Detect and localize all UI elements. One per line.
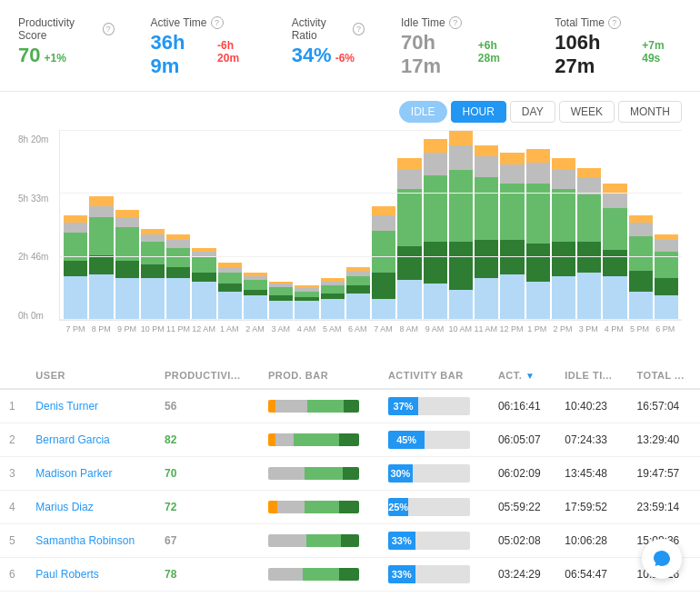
act-time-cell: 05:59:22 <box>489 491 555 524</box>
user-name: Paul Roberts <box>26 558 155 592</box>
prod-bar-cell <box>259 457 379 491</box>
x-label: 8 PM <box>88 324 114 333</box>
chat-icon <box>652 549 672 569</box>
col-act-time[interactable]: ACT. ▼ <box>489 363 555 389</box>
total-time-help[interactable]: ? <box>608 16 621 29</box>
x-label: 10 AM <box>447 324 473 333</box>
col-productivity: PRODUCTIVI... <box>155 363 259 389</box>
idle-time-cell: 06:54:47 <box>555 558 627 592</box>
idle-time-stat: Idle Time ? 70h 17m +6h 28m <box>401 16 518 78</box>
day-button[interactable]: DAY <box>510 101 555 123</box>
chart-controls: IDLE HOUR DAY WEEK MONTH <box>18 101 682 123</box>
row-number: 6 <box>0 558 26 592</box>
idle-button[interactable]: IDLE <box>399 101 447 123</box>
col-activity-bar: ACTIVITY BAR <box>379 363 489 389</box>
activity-ratio-help[interactable]: ? <box>353 23 365 35</box>
activity-bar-cell: 33% <box>379 524 489 558</box>
x-label: 6 PM <box>653 324 678 333</box>
bar-group <box>552 130 575 320</box>
bar-group <box>192 130 215 320</box>
x-label: 10 PM <box>140 324 165 333</box>
col-total-time: TOTAL ... <box>628 363 700 389</box>
bar-group <box>346 130 370 320</box>
activity-bar-cell: 25% <box>379 491 489 524</box>
productivity-score-cell: 78 <box>155 558 259 592</box>
chart-bars <box>59 130 682 321</box>
activity-ratio-label: Activity Ratio <box>292 16 349 42</box>
user-name: Denis Turner <box>26 389 155 423</box>
idle-time-cell: 07:24:33 <box>555 423 627 457</box>
act-time-cell: 03:24:29 <box>489 558 555 592</box>
x-label: 2 PM <box>550 324 575 333</box>
chart-section: IDLE HOUR DAY WEEK MONTH 8h 20m 5h 33m 2… <box>0 92 700 348</box>
prod-bar-cell <box>259 558 379 592</box>
table-header: USER PRODUCTIVI... PROD. BAR ACTIVITY BA… <box>0 363 700 389</box>
x-label: 8 AM <box>396 324 422 333</box>
row-number: 1 <box>0 389 26 423</box>
row-number: 4 <box>0 491 26 524</box>
prod-bar-cell <box>259 423 379 457</box>
bar-group <box>115 130 139 320</box>
active-time-value: 36h 9m <box>151 31 215 78</box>
row-number: 3 <box>0 457 26 491</box>
idle-time-cell: 17:59:52 <box>555 491 627 524</box>
x-label: 7 AM <box>370 324 395 333</box>
bar-group <box>424 130 447 320</box>
user-name: Samantha Robinson <box>26 524 155 558</box>
hour-button[interactable]: HOUR <box>451 101 506 123</box>
table-row: 2 Bernard Garcia 82 45% 06:05:07 07:24:3… <box>0 423 700 457</box>
user-name: Bernard Garcia <box>26 423 155 457</box>
activity-bar-cell: 37% <box>379 389 489 423</box>
month-button[interactable]: MONTH <box>618 101 682 123</box>
total-time-value: 106h 27m <box>555 31 638 78</box>
bar-group <box>603 130 626 320</box>
y-label-top: 8h 20m <box>18 134 48 144</box>
bar-group <box>218 130 242 320</box>
x-label: 2 AM <box>242 324 267 333</box>
idle-time-cell: 10:40:23 <box>555 389 627 423</box>
table-row: 6 Paul Roberts 78 33% 03:24:29 06:54:47 … <box>0 558 700 592</box>
act-time-cell: 06:16:41 <box>489 389 555 423</box>
y-label-bottom: 0h 0m <box>18 311 48 321</box>
x-label: 9 AM <box>422 324 447 333</box>
productivity-score-cell: 72 <box>155 491 259 524</box>
idle-time-delta: +6h 28m <box>478 39 518 65</box>
bar-group <box>89 130 113 320</box>
col-user: USER <box>26 363 155 389</box>
x-label: 11 PM <box>165 324 191 333</box>
col-idle-time: IDLE TI... <box>555 363 627 389</box>
x-label: 7 PM <box>63 324 88 333</box>
activity-ratio-stat: Activity Ratio ? 34% -6% <box>292 16 365 67</box>
bar-group <box>269 130 293 320</box>
bar-group <box>295 130 318 320</box>
activity-bar-cell: 30% <box>379 457 489 491</box>
bar-group <box>526 130 550 320</box>
productivity-score-help[interactable]: ? <box>103 23 115 35</box>
idle-time-cell: 10:06:28 <box>555 524 627 558</box>
x-label: 5 PM <box>626 324 652 333</box>
active-time-help[interactable]: ? <box>211 16 224 29</box>
x-label: 6 AM <box>345 324 370 333</box>
row-number: 2 <box>0 423 26 457</box>
chat-button[interactable] <box>642 539 682 579</box>
active-time-delta: -6h 20m <box>217 39 255 65</box>
activity-bar-cell: 45% <box>379 423 489 457</box>
y-label-mid1: 5h 33m <box>18 194 48 204</box>
x-label: 1 AM <box>216 324 242 333</box>
row-number: 5 <box>0 524 26 558</box>
week-button[interactable]: WEEK <box>559 101 615 123</box>
stats-bar: Productivity Score ? 70 +1% Active Time … <box>0 0 700 92</box>
idle-time-help[interactable]: ? <box>449 16 462 29</box>
x-label: 12 PM <box>498 324 524 333</box>
act-time-cell: 06:02:09 <box>489 457 555 491</box>
bar-group <box>372 130 395 320</box>
main-container: Productivity Score ? 70 +1% Active Time … <box>0 0 700 597</box>
col-prod-bar: PROD. BAR <box>259 363 379 389</box>
bar-group <box>166 130 190 320</box>
productivity-score-cell: 70 <box>155 457 259 491</box>
total-time-stat: Total Time ? 106h 27m +7m 49s <box>555 16 682 78</box>
users-table: USER PRODUCTIVI... PROD. BAR ACTIVITY BA… <box>0 363 700 592</box>
x-label: 12 AM <box>191 324 216 333</box>
x-label: 4 PM <box>601 324 626 333</box>
idle-time-cell: 13:45:48 <box>555 457 627 491</box>
